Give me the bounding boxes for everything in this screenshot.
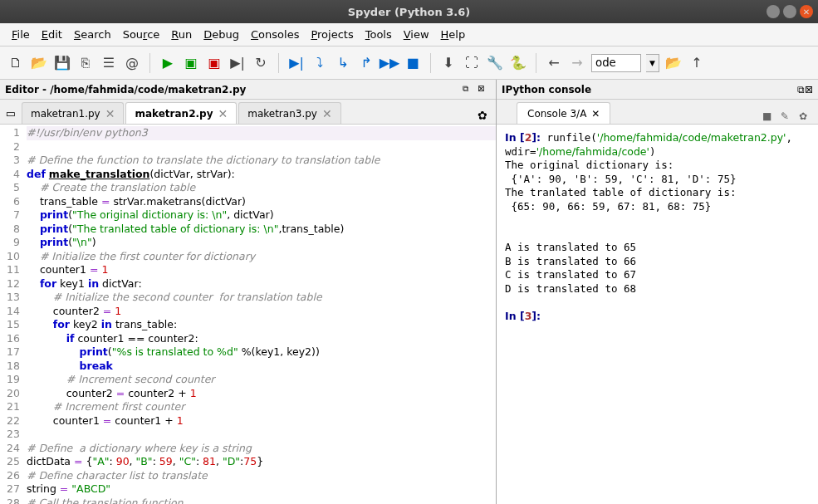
console-tabs: Console 3/A ✕ ■ ✎ ✿ (497, 100, 818, 125)
at-icon[interactable]: @ (123, 54, 141, 72)
close-icon[interactable]: ✕ (322, 107, 332, 120)
run-icon[interactable]: ▶ (159, 54, 177, 72)
step-out-icon[interactable]: ↱ (357, 54, 375, 72)
separator (149, 53, 150, 73)
code-editor[interactable]: 1234567891011121314151617181920212223242… (0, 125, 496, 504)
console-header-title: IPython console (502, 84, 797, 95)
close-button[interactable]: ✕ (800, 5, 813, 18)
editor-tab-label: maketran2.py (135, 108, 213, 120)
working-dir-dropdown[interactable]: ▼ (646, 54, 659, 72)
separator (278, 53, 279, 73)
close-pane-icon[interactable]: ⊠ (805, 84, 813, 95)
menu-source[interactable]: Source (118, 26, 165, 43)
undock-icon[interactable]: ⧉ (797, 84, 805, 95)
stop-icon[interactable]: ■ (404, 54, 422, 72)
continue-icon[interactable]: ▶▶ (380, 54, 399, 72)
close-icon[interactable]: ✕ (218, 107, 228, 120)
close-icon[interactable]: ✕ (105, 107, 115, 120)
menu-run[interactable]: Run (166, 26, 197, 43)
menu-debug[interactable]: Debug (198, 26, 244, 43)
list-icon[interactable]: ☰ (100, 54, 118, 72)
console-pane: IPython console ⧉ ⊠ Console 3/A ✕ ■ ✎ ✿ … (497, 80, 818, 504)
new-file-icon[interactable]: 🗋 (7, 54, 25, 72)
menu-view[interactable]: View (399, 26, 434, 43)
editor-tab[interactable]: maketran2.py✕ (125, 102, 237, 124)
editor-tab[interactable]: maketran1.py✕ (22, 102, 124, 124)
menu-file[interactable]: File (7, 26, 35, 43)
python-path-icon[interactable]: 🐍 (509, 54, 527, 72)
parent-dir-icon[interactable]: ↑ (688, 54, 706, 72)
maximize-pane-icon[interactable]: ⛶ (463, 54, 481, 72)
preferences-icon[interactable]: 🔧 (486, 54, 504, 72)
console-tab[interactable]: Console 3/A ✕ (517, 102, 610, 124)
minimize-button[interactable] (767, 5, 780, 18)
menubar: File Edit Search Source Run Debug Consol… (0, 23, 818, 46)
menu-search[interactable]: Search (69, 26, 116, 43)
browse-dir-icon[interactable]: 📂 (664, 54, 683, 72)
working-dir-input[interactable] (591, 54, 641, 72)
import-icon[interactable]: ⬇ (439, 54, 458, 72)
menu-consoles[interactable]: Consoles (246, 26, 304, 43)
menu-projects[interactable]: Projects (306, 26, 358, 43)
run-selection-icon[interactable]: ▶| (228, 54, 247, 72)
undock-icon[interactable]: ⧉ (463, 84, 476, 95)
close-pane-icon[interactable]: ⊠ (478, 84, 491, 95)
console-output[interactable]: In [2]: runfile('/home/fahmida/code/make… (497, 125, 818, 504)
back-icon[interactable]: ← (545, 54, 563, 72)
step-over-icon[interactable]: ⤵ (311, 54, 329, 72)
menu-edit[interactable]: Edit (37, 26, 67, 43)
save-icon[interactable]: 💾 (53, 54, 71, 72)
interrupt-icon[interactable]: ■ (762, 110, 776, 124)
menu-help[interactable]: Help (436, 26, 471, 43)
run-cell-advance-icon[interactable]: ▣ (205, 54, 223, 72)
console-tab-label: Console 3/A (527, 108, 586, 120)
save-all-icon[interactable]: ⎘ (76, 54, 95, 72)
editor-tabs: ▭ maketran1.py✕maketran2.py✕maketran3.py… (0, 100, 496, 125)
clear-icon[interactable]: ✎ (781, 110, 794, 124)
menu-tools[interactable]: Tools (360, 26, 397, 43)
editor-header-title: Editor - /home/fahmida/code/maketran2.py (5, 84, 461, 95)
separator (430, 53, 431, 73)
toolbar: 🗋 📂 💾 ⎘ ☰ @ ▶ ▣ ▣ ▶| ↻ ▶| ⤵ ↳ ↱ ▶▶ ■ ⬇ ⛶… (0, 46, 818, 80)
console-options-icon[interactable]: ✿ (799, 110, 812, 124)
maximize-button[interactable] (783, 5, 796, 18)
editor-tab[interactable]: maketran3.py✕ (238, 102, 340, 124)
editor-tab-label: maketran3.py (247, 108, 317, 120)
step-in-icon[interactable]: ↳ (334, 54, 352, 72)
run-cell-icon[interactable]: ▣ (182, 54, 200, 72)
debug-icon[interactable]: ▶| (287, 54, 306, 72)
open-file-icon[interactable]: 📂 (30, 54, 48, 72)
editor-tab-label: maketran1.py (31, 108, 100, 120)
close-icon[interactable]: ✕ (591, 108, 600, 120)
rerun-icon[interactable]: ↻ (252, 54, 270, 72)
window-title: Spyder (Python 3.6) (348, 6, 471, 18)
titlebar: Spyder (Python 3.6) ✕ (0, 0, 818, 23)
separator (536, 53, 536, 73)
editor-options-icon[interactable]: ✿ (478, 109, 492, 124)
forward-icon[interactable]: → (568, 54, 586, 72)
editor-pane: Editor - /home/fahmida/code/maketran2.py… (0, 80, 497, 504)
tab-list-icon[interactable]: ▭ (3, 102, 18, 124)
